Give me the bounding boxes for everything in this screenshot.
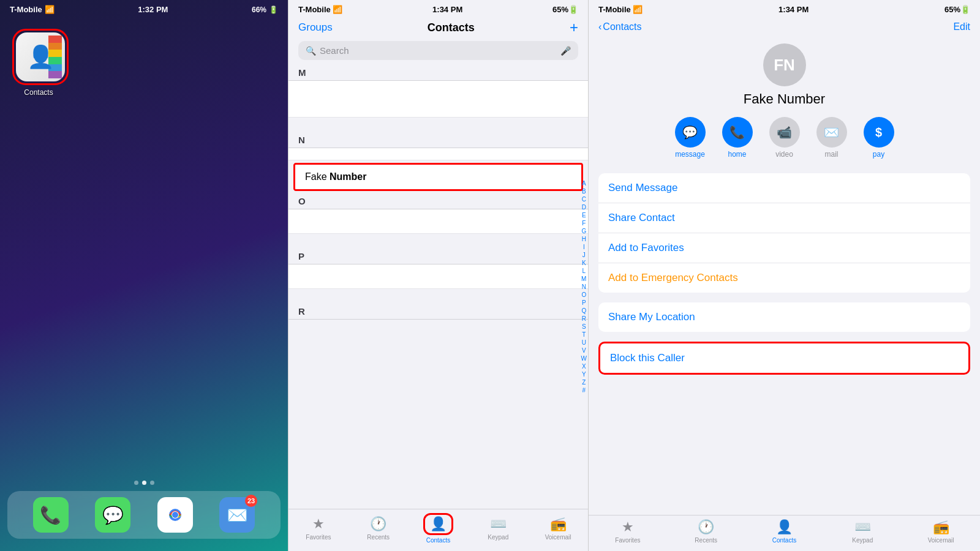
add-favorites-row[interactable]: Add to Favorites xyxy=(598,233,970,263)
action-message[interactable]: 💬 message xyxy=(670,117,710,159)
alpha-l[interactable]: L xyxy=(582,268,586,275)
alpha-g[interactable]: G xyxy=(581,228,586,235)
alpha-n[interactable]: N xyxy=(582,283,586,291)
alpha-j[interactable]: J xyxy=(582,252,586,259)
back-button[interactable]: ‹ Contacts xyxy=(598,21,641,32)
search-bar[interactable]: 🔍 Search 🎤 xyxy=(298,41,578,60)
spacer-before-fake xyxy=(288,148,588,160)
alpha-hash[interactable]: # xyxy=(582,387,586,394)
tab-recents-contacts[interactable]: 🕐 Recents xyxy=(349,516,409,541)
alpha-t[interactable]: T xyxy=(582,331,586,339)
alpha-c[interactable]: C xyxy=(582,196,586,203)
favorites-icon: ★ xyxy=(312,516,325,532)
keypad-detail-label: Keypad xyxy=(852,537,873,544)
add-contact-button[interactable]: + xyxy=(570,19,578,36)
share-contact-text: Share Contact xyxy=(608,212,675,223)
message-btn-label: message xyxy=(675,150,705,159)
recents-label: Recents xyxy=(367,534,390,541)
contacts-detail-icon: 👤 xyxy=(776,519,793,535)
block-caller-row[interactable]: Block this Caller xyxy=(600,343,968,373)
alpha-h[interactable]: H xyxy=(582,236,586,243)
alpha-a[interactable]: A xyxy=(582,180,586,187)
status-right-home: 66% 🔋 xyxy=(252,6,278,14)
edit-button[interactable]: Edit xyxy=(953,21,970,32)
section-sep-1 xyxy=(288,118,588,132)
alpha-k[interactable]: K xyxy=(582,260,586,267)
tab-recents-detail[interactable]: 🕐 Recents xyxy=(667,519,745,544)
contacts-bottom-nav: ★ Favorites 🕐 Recents 👤 Contacts ⌨️ Keyp… xyxy=(288,509,588,551)
action-pay[interactable]: $ pay xyxy=(859,117,899,159)
add-emergency-row[interactable]: Add to Emergency Contacts xyxy=(598,263,970,293)
chrome-svg xyxy=(164,504,186,526)
tab-voicemail-contacts[interactable]: 📻 Voicemail xyxy=(528,516,588,541)
alpha-i[interactable]: I xyxy=(583,244,585,251)
search-icon: 🔍 xyxy=(306,46,316,56)
tab-contacts-detail[interactable]: 👤 Contacts xyxy=(745,519,824,544)
send-message-row[interactable]: Send Message xyxy=(598,173,970,203)
call-btn-label: home xyxy=(728,150,746,159)
search-input[interactable]: Search xyxy=(320,45,557,56)
voicemail-detail-label: Voicemail xyxy=(928,537,954,544)
alpha-s[interactable]: S xyxy=(582,323,586,331)
contacts-tab-label: Contacts xyxy=(426,537,450,544)
alpha-r[interactable]: R xyxy=(582,315,586,323)
action-call[interactable]: 📞 home xyxy=(717,117,757,159)
battery-detail: 65%🔋 xyxy=(944,5,970,14)
dock: 📞 💬 ✉️ 23 xyxy=(7,491,281,539)
dock-messages-icon[interactable]: 💬 xyxy=(95,497,130,533)
mail-btn-label: mail xyxy=(824,150,838,159)
contact-avatar: FN xyxy=(763,43,806,86)
alpha-b[interactable]: B xyxy=(582,188,586,195)
share-location-row[interactable]: Share My Location xyxy=(598,302,970,332)
tab-keypad-contacts[interactable]: ⌨️ Keypad xyxy=(468,516,528,541)
home-content: 👤 Contacts xyxy=(0,17,288,474)
dock-mail-icon[interactable]: ✉️ 23 xyxy=(219,497,255,533)
pay-btn-circle: $ xyxy=(864,117,894,148)
alpha-f[interactable]: F xyxy=(582,220,586,227)
panel-home: T-Mobile 📶 1:32 PM 66% 🔋 👤 xyxy=(0,0,288,551)
carrier-detail-text: T-Mobile xyxy=(598,5,631,14)
alpha-u[interactable]: U xyxy=(582,339,586,347)
section-header-r: R xyxy=(288,304,588,320)
alpha-v[interactable]: V xyxy=(582,347,586,354)
alpha-q[interactable]: Q xyxy=(581,307,586,315)
dock-phone-icon[interactable]: 📞 xyxy=(33,497,69,533)
alpha-m[interactable]: M xyxy=(581,276,586,283)
battery-detail-text: 65% xyxy=(944,5,960,14)
mail-badge: 23 xyxy=(245,495,257,507)
dock-chrome-icon[interactable] xyxy=(157,497,193,533)
contacts-app-icon[interactable]: 👤 xyxy=(16,32,65,81)
mail-btn-circle: ✉️ xyxy=(816,117,847,148)
page-dots xyxy=(0,474,288,491)
tab-favorites-contacts[interactable]: ★ Favorites xyxy=(288,516,349,541)
svg-point-3 xyxy=(172,512,178,518)
share-contact-row[interactable]: Share Contact xyxy=(598,203,970,233)
call-btn-circle: 📞 xyxy=(722,117,753,148)
tab-keypad-detail[interactable]: ⌨️ Keypad xyxy=(823,519,902,544)
alpha-d[interactable]: D xyxy=(582,204,586,211)
action-mail[interactable]: ✉️ mail xyxy=(812,117,851,159)
contacts-icon-inner: 👤 xyxy=(19,36,62,78)
stripe-red xyxy=(48,36,62,43)
action-video[interactable]: 📹 video xyxy=(764,117,804,159)
recents-detail-label: Recents xyxy=(695,537,717,544)
tab-voicemail-detail[interactable]: 📻 Voicemail xyxy=(902,519,980,544)
keypad-detail-icon: ⌨️ xyxy=(854,519,871,535)
alpha-y[interactable]: Y xyxy=(582,371,586,378)
contact-row-fake-number[interactable]: Fake Number xyxy=(293,163,583,191)
groups-button[interactable]: Groups xyxy=(298,21,333,34)
alpha-x[interactable]: X xyxy=(582,363,586,370)
alpha-w[interactable]: W xyxy=(581,355,587,362)
contacts-tab-active-wrapper: 👤 xyxy=(423,513,453,535)
alpha-p[interactable]: P xyxy=(582,299,586,307)
tab-favorites-detail[interactable]: ★ Favorites xyxy=(589,519,667,544)
video-btn-circle: 📹 xyxy=(769,117,800,148)
mic-icon[interactable]: 🎤 xyxy=(560,46,571,56)
tab-contacts-contacts[interactable]: 👤 Contacts xyxy=(409,513,469,544)
detail-spacer xyxy=(589,380,980,515)
alpha-e[interactable]: E xyxy=(582,212,586,219)
panel-contacts: T-Mobile 📶 1:34 PM 65%🔋 Groups Contacts … xyxy=(288,0,588,551)
alphabet-index[interactable]: A B C D E F G H I J K L M N O P Q R S T … xyxy=(581,180,587,394)
alpha-z[interactable]: Z xyxy=(582,379,586,386)
alpha-o[interactable]: O xyxy=(581,291,586,299)
